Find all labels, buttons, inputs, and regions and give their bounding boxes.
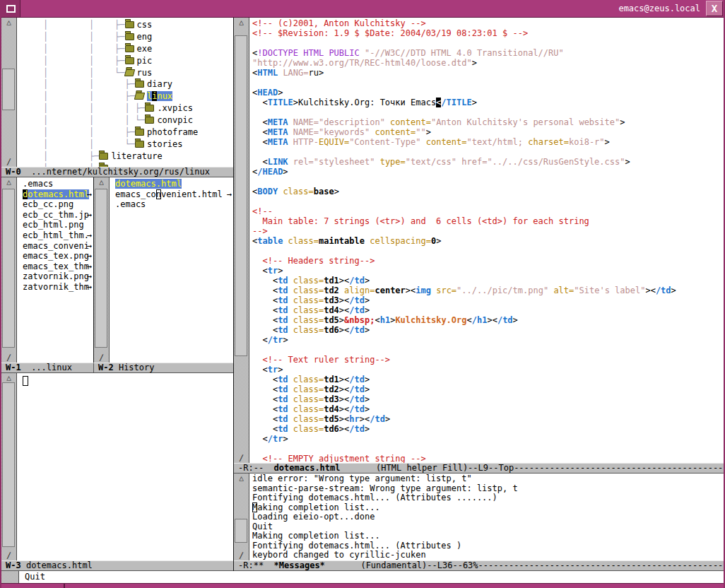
methods-scrollbar[interactable]: △ ∕ [1,373,17,560]
modeline-methods[interactable]: W-3 dotemacs.html [1,560,233,571]
scrollbar-thumb[interactable] [95,189,107,348]
text-line[interactable]: <tr> [252,266,724,276]
text-line[interactable]: <TITLE>Kulchitsky.Org: Точки Emacs</TITL… [252,98,724,107]
window-menu-button[interactable] [1,0,20,17]
text-line[interactable]: <BODY class=base> [252,187,724,196]
modeline-editor[interactable]: -R:-- dotemacs.html (HTML helper Fill)--… [234,463,724,474]
text-line[interactable]: <td class=td2 align=center><img src="../… [252,286,724,295]
edit-scrollbar[interactable]: △ ∕ [234,18,249,463]
text-line[interactable]: Making completion list... [252,503,724,513]
text-line[interactable]: <META HTTP-EQUIV="Content-Type" content=… [252,137,724,147]
list-item[interactable]: ecb_html_thm.→ [17,230,93,241]
text-line[interactable]: keybord changed to cyrillic-jcuken [252,551,724,560]
tree-item[interactable]: │ ├─ [17,163,233,167]
tree-item[interactable]: │ ├─literature [17,151,233,163]
scroll-down-icon[interactable]: ∕ [94,353,109,363]
tree-item[interactable]: │ │ ├─photoframe [17,127,233,139]
text-line[interactable]: <td class=td6></td> [252,325,724,335]
text-line[interactable]: Main table: 7 strings (<tr>) and 6 cells… [252,216,724,226]
text-line[interactable]: <!DOCTYPE HTML PUBLIC "-//W3C//DTD HTML … [252,48,724,58]
text-line[interactable]: Loading eieio-opt...done [252,512,724,522]
text-line[interactable]: </tr> [252,434,724,444]
scrollbar-thumb[interactable] [235,35,247,356]
scroll-up-icon[interactable]: △ [1,373,16,383]
text-line[interactable]: Fontifying dotemacs.html... (Attributes … [252,493,724,503]
tree-item[interactable]: │ │ └─rus [17,67,233,79]
text-line[interactable]: </HEAD> [252,167,724,177]
text-line[interactable]: <td class=td4></td> [252,305,724,315]
scrollbar-thumb[interactable] [2,189,15,348]
scroll-up-icon[interactable]: △ [234,18,249,28]
list-item[interactable]: ecb_cc.png [17,199,93,210]
text-line[interactable]: <META NAME="description" content="Anton … [252,117,724,127]
text-line[interactable]: <HTML LANG=ru> [252,68,724,78]
text-line[interactable]: --> [252,226,724,236]
text-line[interactable]: <td class=td3></td> [252,394,724,404]
text-line[interactable] [252,107,724,117]
history-scrollbar[interactable]: △ ∕ [94,177,110,363]
text-line[interactable]: <LINK rel="stylesheet" type="text/css" h… [252,157,724,167]
text-line[interactable] [252,78,724,88]
modeline-messages[interactable]: -R:** *Messages* (Fundamental)--L36--63%… [234,560,724,571]
list-item[interactable]: .emacs [17,179,93,189]
text-line[interactable]: </tr> [252,335,724,345]
text-line[interactable]: <!-- Headers string--> [252,256,724,266]
text-line[interactable]: <td class=td1></td> [252,276,724,286]
scroll-up-icon[interactable]: △ [1,18,16,28]
text-line[interactable]: <table class=maintable cellspacing=0> [252,236,724,246]
scroll-up-icon[interactable]: △ [234,474,249,483]
list-item[interactable]: emacs_tex_thm→ [17,261,93,272]
scroll-down-icon[interactable]: ∕ [234,453,249,463]
list-item[interactable]: ecb_cc_thm.jp→ [17,210,93,220]
list-item[interactable]: dotemacs.html [110,179,233,189]
modeline-directories[interactable]: W-0 ...nternet/kulchitsky.org/rus/linux [1,167,233,177]
text-line[interactable] [252,147,724,157]
scrollbar-thumb[interactable] [235,519,247,543]
text-line[interactable]: Making completion list... [252,531,724,541]
methods-body[interactable] [17,373,233,560]
messages-text[interactable]: idle error: "Wrong type argument: listp,… [249,474,724,560]
text-line[interactable]: Quit [252,522,724,532]
modeline-sources[interactable]: W-1 ...linux [1,363,94,373]
text-line[interactable]: <tr> [252,365,724,375]
scrollbar-thumb[interactable] [2,69,15,110]
text-line[interactable]: <!-- (c)2001, Anton Kulchitsky --> [252,18,724,28]
text-line[interactable]: <!-- [252,206,724,216]
list-item[interactable]: ecb_html.png [17,220,93,230]
text-line[interactable]: <HEAD> [252,88,724,98]
text-line[interactable]: <!-- Text ruler string--> [252,355,724,365]
text-line[interactable] [252,345,724,355]
scroll-down-icon[interactable]: ∕ [1,551,16,560]
text-line[interactable]: semantic-parse-stream: Wrong type argume… [252,484,724,494]
tree-item[interactable]: │ │ ├─linux [17,90,233,102]
text-line[interactable] [252,444,724,454]
resize-handle[interactable] [64,584,65,588]
editor-text[interactable]: <!-- (c)2001, Anton Kulchitsky --><!-- $… [249,18,724,463]
directories-scrollbar[interactable]: △ ∕ [1,18,17,167]
text-line[interactable]: <td class=td5>&nbsp;<h1>Kulchitsky.Org</… [252,315,724,325]
tree-item[interactable]: │ │ ├─diary [17,78,233,90]
text-line[interactable]: "http://www.w3.org/TR/REC-html40/loose.d… [252,58,724,68]
text-line[interactable]: <td class=td5><hr></td> [252,414,724,424]
modeline-history[interactable]: W-2 History [94,363,233,373]
tree-item[interactable]: │ │ ├─exe [17,43,233,55]
text-line[interactable]: Fontifying dotemacs.html... (Attributes … [252,541,724,551]
tree-item[interactable]: │ │ │ └─convpic [17,114,233,127]
scroll-up-icon[interactable]: △ [1,177,16,187]
text-line[interactable]: <!-- EMPTY adjustment string --> [252,454,724,463]
text-line[interactable]: <td class=td2></td> [252,384,724,394]
text-line[interactable]: <td class=td3></td> [252,295,724,305]
scroll-up-icon[interactable]: △ [94,177,109,187]
text-line[interactable]: <!-- $Revision: 1.9 $ $Date: 2004/03/19 … [252,28,724,38]
text-line[interactable] [252,246,724,256]
tree-item[interactable]: │ │ │ ├─.xvpics [17,102,233,114]
minibuffer[interactable]: Quit [1,571,724,583]
list-item[interactable]: emacs_conveni→ [17,241,93,252]
scroll-down-icon[interactable]: ∕ [1,353,16,363]
scrollbar-thumb[interactable] [2,382,15,547]
sources-scrollbar[interactable]: △ ∕ [1,177,17,363]
text-line[interactable]: <td class=td6></td> [252,424,724,434]
text-line[interactable] [252,177,724,187]
tree-item[interactable]: │ │ ├─pic [17,55,233,67]
text-line[interactable] [252,196,724,206]
